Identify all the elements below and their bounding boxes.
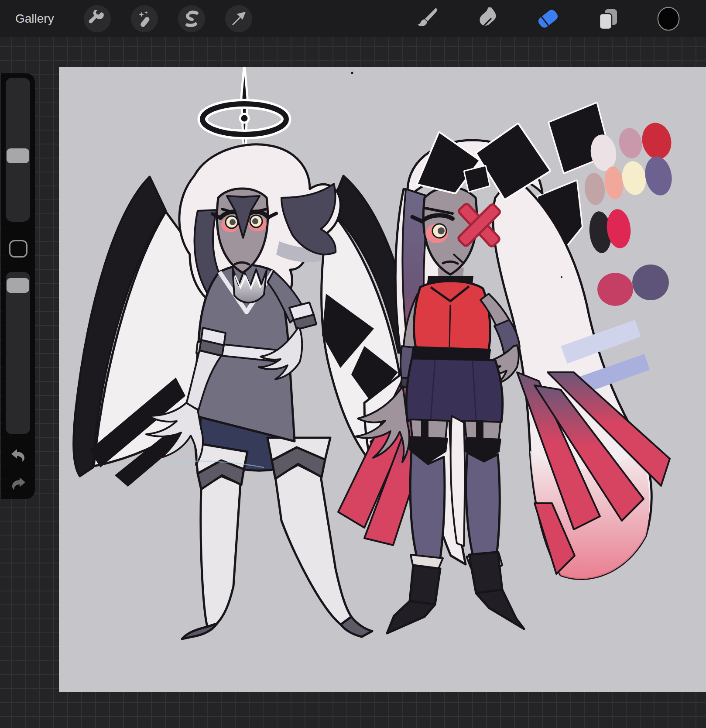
paint-tool-button[interactable] [415,5,440,32]
paint-swatch-cream [620,160,648,197]
hair-bow-loops [418,124,549,199]
color-circle-icon [656,6,681,32]
toolbar-left-group: Gallery [0,5,252,32]
paint-swatch-dusty-pink [617,126,644,160]
layers-icon [597,7,620,30]
toolbar-right-group [415,5,706,32]
sidebar-toolbar [1,73,35,499]
left-character [74,67,412,639]
opacity-handle[interactable] [7,278,29,293]
smudge-finger-icon [477,7,499,31]
workspace-background [0,37,706,728]
transform-button[interactable] [225,5,252,32]
selection-s-icon [183,10,200,27]
color-palette-swatches [583,120,675,306]
paint-swatch-mauve [583,172,606,206]
gallery-button[interactable]: Gallery [15,12,54,26]
eraser-icon [536,7,560,31]
opacity-slider[interactable] [6,272,30,434]
redo-icon [10,474,27,491]
actions-button[interactable] [84,5,111,32]
redo-button[interactable] [10,474,27,491]
magic-wand-icon [136,10,153,27]
paint-swatch-purple [642,154,675,197]
smudge-tool-button[interactable] [476,5,500,32]
paint-swatch-dark-purple [632,264,669,300]
modify-button[interactable] [9,240,27,258]
top-toolbar: Gallery [0,0,706,37]
selection-button[interactable] [178,5,205,32]
layers-button[interactable] [596,5,620,32]
canvas[interactable] [59,67,706,692]
transform-arrow-icon [230,10,247,27]
eraser-tool-button[interactable] [536,5,560,32]
paint-swatch-dark-pink [597,273,633,306]
color-swatch-button[interactable] [656,5,681,32]
artwork-illustration [59,67,706,692]
procreate-app: Gallery [0,0,706,728]
adjustments-button[interactable] [131,5,158,32]
brush-size-handle[interactable] [7,148,29,163]
brush-icon [417,7,439,31]
paint-swatch-red [639,120,675,162]
wrench-icon [89,10,106,27]
undo-icon [10,445,27,463]
brush-size-slider[interactable] [6,78,30,222]
undo-button[interactable] [10,445,27,463]
